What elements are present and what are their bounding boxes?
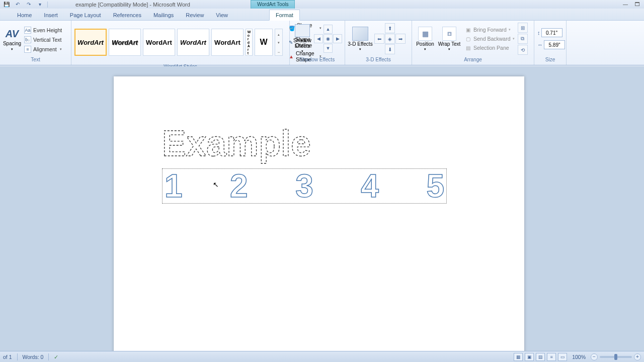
align-button[interactable]: ⊞ bbox=[518, 23, 528, 33]
proofing-icon[interactable]: ✓ bbox=[54, 354, 58, 360]
qat-customize[interactable]: ▾ bbox=[35, 1, 44, 8]
window-title: example [Compatibility Mode] - Microsoft… bbox=[75, 2, 190, 8]
style-thumb-5[interactable]: WordArt bbox=[211, 29, 244, 56]
digit-4: 4 bbox=[361, 167, 379, 205]
group-button[interactable]: ⧉ bbox=[518, 34, 528, 44]
group-size: ↕ ↔ Size bbox=[534, 21, 567, 65]
zoom-level[interactable]: 100% bbox=[572, 354, 586, 360]
word-count[interactable]: Words: 0 bbox=[23, 354, 44, 360]
tab-mailings[interactable]: Mailings bbox=[147, 10, 180, 20]
position-icon: ▦ bbox=[418, 27, 432, 41]
view-draft[interactable]: ▭ bbox=[558, 353, 567, 361]
zoom-in-button[interactable]: + bbox=[634, 353, 641, 360]
style-gallery: WordArt WordArt WordArt WordArt WordArt … bbox=[72, 27, 285, 58]
3d-icon bbox=[352, 27, 368, 41]
spacing-button[interactable]: AV Spacing ▾ bbox=[1, 26, 23, 51]
rotate-button[interactable]: ⟲ bbox=[518, 45, 528, 55]
tab-format[interactable]: Format bbox=[269, 10, 300, 21]
group-label-arrange: Arrange bbox=[412, 57, 534, 65]
digit-3: 3 bbox=[295, 167, 313, 205]
width-input[interactable] bbox=[544, 40, 565, 49]
view-full-screen[interactable]: ▣ bbox=[525, 353, 534, 361]
group-label-3d: 3-D Effects bbox=[345, 57, 412, 65]
spacing-icon: AV bbox=[6, 28, 19, 40]
style-thumb-4[interactable]: WordArt bbox=[177, 29, 209, 56]
3d-effects-button[interactable]: 3-D Effects ▾ bbox=[346, 27, 374, 51]
ribbon-tabs: Home Insert Page Layout References Maili… bbox=[0, 9, 644, 21]
page-indicator[interactable]: of 1 bbox=[3, 354, 12, 360]
tab-review[interactable]: Review bbox=[180, 10, 210, 20]
gallery-more-button[interactable]: ▴▾⎯ bbox=[275, 29, 283, 56]
alignment-button[interactable]: ≡ Alignment ▾ bbox=[23, 45, 63, 53]
style-thumb-2[interactable]: WordArt bbox=[109, 29, 141, 56]
position-button[interactable]: ▦ Position ▾ bbox=[413, 27, 437, 51]
svg-text:Example: Example bbox=[162, 125, 311, 163]
style-thumb-1[interactable]: WordArt bbox=[74, 29, 107, 56]
alignment-icon: ≡ bbox=[24, 46, 31, 53]
wordart-numbers[interactable]: 1 2 3 4 5 bbox=[162, 168, 447, 204]
group-label-text: Text bbox=[0, 57, 71, 65]
tab-references[interactable]: References bbox=[107, 10, 147, 20]
quick-access-toolbar: 💾 ↶ ↷ ▾ bbox=[0, 1, 49, 8]
nudge-up[interactable]: ▲ bbox=[324, 25, 333, 34]
group-label-size: Size bbox=[534, 57, 566, 65]
nudge-toggle[interactable]: ◉ bbox=[324, 34, 333, 43]
selection-pane-icon: ▤ bbox=[464, 44, 471, 51]
shadow-nudge-grid: ▲ ◀ ◉ ▶ ▼ bbox=[314, 25, 342, 53]
contextual-tab-label: WordArt Tools bbox=[251, 0, 295, 9]
bring-forward-button[interactable]: ▣ Bring Forward ▾ bbox=[463, 26, 516, 34]
tab-page-layout[interactable]: Page Layout bbox=[64, 10, 107, 20]
tab-view[interactable]: View bbox=[210, 10, 234, 20]
height-input[interactable] bbox=[541, 28, 562, 37]
nudge-left[interactable]: ◀ bbox=[314, 34, 323, 43]
tilt-right[interactable]: ➡ bbox=[395, 34, 406, 44]
tilt-grid: ⬆ ⬅ ◈ ➡ ⬇ bbox=[374, 23, 406, 54]
send-backward-button[interactable]: ▢ Send Backward ▾ bbox=[463, 35, 516, 43]
zoom-out-button[interactable]: − bbox=[591, 353, 598, 360]
send-backward-icon: ▢ bbox=[464, 35, 471, 42]
bring-forward-icon: ▣ bbox=[464, 26, 471, 33]
group-arrange: ▦ Position ▾ ⧈ Wrap Text ▾ ▣ Bring Forwa… bbox=[412, 21, 534, 65]
zoom-slider[interactable] bbox=[600, 356, 632, 358]
style-thumb-3[interactable]: WordArt bbox=[143, 29, 175, 56]
tilt-up[interactable]: ⬆ bbox=[385, 23, 395, 33]
undo-button[interactable]: ↶ bbox=[13, 1, 22, 8]
wordart-example[interactable]: Example bbox=[162, 125, 447, 165]
height-icon: ↕ bbox=[537, 30, 540, 36]
save-icon[interactable]: 💾 bbox=[2, 1, 11, 8]
minimize-button[interactable]: — bbox=[621, 2, 630, 8]
style-thumb-7[interactable]: W bbox=[255, 29, 273, 56]
ribbon: AV Spacing ▾ Aa Even Height b↓ Vertical … bbox=[0, 21, 644, 65]
document-area[interactable]: Example 1 2 3 4 5 ↖ bbox=[0, 66, 644, 351]
digit-5: 5 bbox=[426, 167, 444, 205]
vertical-text-button[interactable]: b↓ Vertical Text bbox=[23, 36, 63, 44]
nudge-right[interactable]: ▶ bbox=[333, 34, 342, 43]
tilt-left[interactable]: ⬅ bbox=[374, 34, 384, 44]
status-bar: of 1 Words: 0 ✓ ▦ ▣ ▤ ≡ ▭ 100% − + bbox=[0, 351, 644, 362]
nudge-down[interactable]: ▼ bbox=[324, 44, 333, 53]
even-height-icon: Aa bbox=[24, 27, 31, 34]
restore-button[interactable]: 🗖 bbox=[633, 2, 642, 8]
page[interactable]: Example 1 2 3 4 5 ↖ bbox=[114, 76, 524, 351]
view-outline[interactable]: ≡ bbox=[547, 353, 556, 361]
width-icon: ↔ bbox=[537, 42, 543, 48]
group-3d-effects: 3-D Effects ▾ ⬆ ⬅ ◈ ➡ ⬇ 3-D Effects bbox=[345, 21, 412, 65]
redo-button[interactable]: ↷ bbox=[24, 1, 33, 8]
tilt-toggle[interactable]: ◈ bbox=[385, 34, 395, 44]
group-label-shadow: Shadow Effects bbox=[290, 57, 345, 65]
even-height-button[interactable]: Aa Even Height bbox=[23, 26, 63, 34]
wrap-text-icon: ⧈ bbox=[442, 27, 456, 41]
style-thumb-6[interactable]: WordArt bbox=[246, 29, 253, 56]
group-text: AV Spacing ▾ Aa Even Height b↓ Vertical … bbox=[0, 21, 71, 65]
view-web-layout[interactable]: ▤ bbox=[536, 353, 545, 361]
tab-insert[interactable]: Insert bbox=[38, 10, 64, 20]
view-print-layout[interactable]: ▦ bbox=[514, 353, 523, 361]
tilt-down[interactable]: ⬇ bbox=[385, 44, 395, 54]
selection-pane-button[interactable]: ▤ Selection Pane bbox=[463, 44, 516, 52]
shadow-effects-button[interactable]: Shadow Effects ▾ bbox=[291, 24, 314, 53]
tab-home[interactable]: Home bbox=[11, 10, 38, 20]
group-wordart-styles: WordArt WordArt WordArt WordArt WordArt … bbox=[71, 21, 290, 65]
group-shadow-effects: Shadow Effects ▾ ▲ ◀ ◉ ▶ ▼ Shadow Effect… bbox=[290, 21, 345, 65]
wrap-text-button[interactable]: ⧈ Wrap Text ▾ bbox=[437, 27, 461, 51]
vertical-text-icon: b↓ bbox=[24, 36, 31, 43]
